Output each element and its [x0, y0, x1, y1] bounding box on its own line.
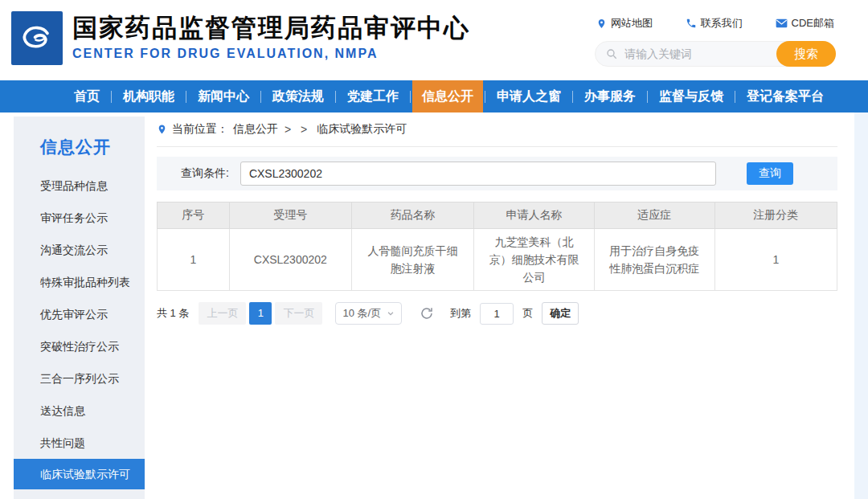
sidebar-item-priority-review[interactable]: 优先审评公示: [14, 298, 145, 330]
confirm-button[interactable]: 确定: [542, 302, 579, 325]
page-number-button[interactable]: 1: [249, 302, 272, 325]
table-header-row: 序号 受理号 药品名称 申请人名称 适应症 注册分类: [158, 202, 837, 229]
cde-swirl-icon: [16, 18, 58, 59]
site-subtitle: CENTER FOR DRUG EVALUATION, NMPA: [72, 47, 470, 61]
nav-item-news[interactable]: 新闻中心: [188, 80, 259, 112]
nav-separator: [111, 91, 112, 103]
sidebar-item-clinical-trial-implied-license[interactable]: 临床试验默示许可: [14, 459, 145, 489]
nav-separator: [485, 91, 485, 103]
nav-separator: [260, 91, 261, 103]
breadcrumb-separator: > >: [285, 123, 310, 136]
table-header-drug-name: 药品名称: [351, 202, 473, 229]
table-header-applicant: 申请人名称: [474, 202, 595, 229]
cell-acceptance-no: CXSL2300202: [229, 229, 351, 291]
sidebar-item-breakthrough-therapy[interactable]: 突破性治疗公示: [14, 330, 145, 362]
nav-item-party-building[interactable]: 党建工作: [338, 80, 408, 112]
sidebar-item-communication[interactable]: 沟通交流公示: [14, 234, 145, 266]
search-button[interactable]: 搜索: [776, 41, 836, 67]
nav-separator: [647, 91, 648, 103]
breadcrumb: 当前位置： 信息公开 > > 临床试验默示许可: [157, 122, 837, 147]
nav-item-supervision-feedback[interactable]: 监督与反馈: [649, 80, 733, 112]
query-input[interactable]: [240, 162, 716, 186]
results-table: 序号 受理号 药品名称 申请人名称 适应症 注册分类 1 CXSL2300202…: [157, 202, 837, 291]
sidebar-item-three-in-one[interactable]: 三合一序列公示: [14, 362, 145, 395]
quick-links: 网站地图 联系我们 CDE邮箱: [595, 16, 836, 31]
cell-applicant: 九芝堂美科（北京）细胞技术有限公司: [474, 229, 595, 291]
sidebar-title: 信息公开: [40, 136, 145, 158]
query-bar: 查询条件: 查询: [157, 157, 837, 190]
sidebar-item-common-issues[interactable]: 共性问题: [14, 427, 145, 459]
nav-item-services[interactable]: 办事服务: [575, 80, 645, 112]
cde-mail-link-label: CDE邮箱: [792, 16, 834, 31]
breadcrumb-page: 临床试验默示许可: [317, 122, 407, 137]
sitemap-link-label: 网站地图: [611, 16, 653, 31]
chevron-down-icon: [387, 309, 395, 317]
nav-separator: [186, 91, 186, 103]
next-page-button[interactable]: 下一页: [275, 302, 322, 325]
page-size-value: 10 条/页: [342, 306, 381, 321]
sidebar: 信息公开 受理品种信息 审评任务公示 沟通交流公示 特殊审批品种列表 优先审评公…: [14, 117, 145, 499]
contact-us-link-label: 联系我们: [701, 16, 743, 31]
nav-separator: [735, 91, 735, 103]
nav-separator: [572, 91, 573, 103]
cell-index: 1: [158, 229, 230, 291]
nav-item-policies[interactable]: 政策法规: [263, 80, 334, 112]
main-content: 当前位置： 信息公开 > > 临床试验默示许可 查询条件: 查询 序号 受理号 …: [157, 122, 837, 325]
nav-separator: [335, 91, 336, 103]
cell-indication: 用于治疗自身免疫性肺泡蛋白沉积症: [594, 229, 714, 291]
nav-item-org-functions[interactable]: 机构职能: [113, 80, 184, 112]
sidebar-item-special-approval[interactable]: 特殊审批品种列表: [14, 266, 145, 298]
site-search: 搜索: [595, 41, 836, 67]
sidebar-item-review-tasks[interactable]: 审评任务公示: [14, 202, 145, 234]
table-header-registration-class: 注册分类: [714, 202, 837, 229]
table-header-indication: 适应症: [594, 202, 714, 229]
cde-logo: [11, 11, 63, 65]
phone-icon: [686, 18, 697, 29]
sitemap-link[interactable]: 网站地图: [596, 16, 653, 31]
table-header-acceptance-no: 受理号: [229, 202, 351, 229]
breadcrumb-pin-icon: [157, 123, 167, 136]
nav-item-registration-platform[interactable]: 登记备案平台: [737, 80, 833, 112]
sidebar-item-accepted-varieties[interactable]: 受理品种信息: [14, 170, 145, 202]
table-header-index: 序号: [158, 202, 230, 229]
nav-item-home[interactable]: 首页: [64, 80, 109, 112]
nav-item-info-disclosure[interactable]: 信息公开: [412, 80, 483, 112]
nav-separator: [410, 91, 411, 103]
breadcrumb-label: 当前位置：: [172, 122, 228, 137]
page: 国家药品监督管理局药品审评中心 CENTER FOR DRUG EVALUATI…: [0, 0, 868, 499]
pagination: 共 1 条 上一页 1 下一页 10 条/页 到第 页 确定: [157, 302, 837, 325]
page-size-select[interactable]: 10 条/页: [335, 302, 402, 325]
page-right-gutter: [854, 112, 868, 499]
cell-drug-name: 人骨髓间充质干细胞注射液: [351, 229, 473, 291]
goto-page-label: 到第: [450, 306, 471, 321]
prev-page-button[interactable]: 上一页: [199, 302, 246, 325]
query-label: 查询条件:: [181, 166, 229, 181]
site-title: 国家药品监督管理局药品审评中心: [72, 14, 470, 43]
cde-mail-link[interactable]: CDE邮箱: [776, 16, 834, 31]
location-pin-icon: [596, 18, 607, 30]
main-nav: 首页 机构职能 新闻中心 政策法规 党建工作 信息公开 申请人之窗 办事服务 监…: [0, 80, 868, 112]
refresh-icon[interactable]: [420, 306, 434, 321]
goto-page-input[interactable]: [480, 303, 514, 325]
sidebar-item-delivery-info[interactable]: 送达信息: [14, 395, 145, 427]
search-icon: [605, 47, 618, 60]
nav-item-applicant-window[interactable]: 申请人之窗: [487, 80, 571, 112]
pagination-total: 共 1 条: [157, 306, 189, 321]
goto-page-unit: 页: [522, 306, 533, 321]
contact-us-link[interactable]: 联系我们: [686, 16, 743, 31]
table-row: 1 CXSL2300202 人骨髓间充质干细胞注射液 九芝堂美科（北京）细胞技术…: [158, 229, 837, 291]
breadcrumb-section[interactable]: 信息公开: [233, 122, 278, 137]
envelope-icon: [776, 18, 788, 28]
cell-registration-class: 1: [714, 229, 837, 291]
site-header: 国家药品监督管理局药品审评中心 CENTER FOR DRUG EVALUATI…: [0, 0, 868, 80]
query-button[interactable]: 查询: [747, 162, 793, 185]
site-title-block: 国家药品监督管理局药品审评中心 CENTER FOR DRUG EVALUATI…: [72, 14, 470, 61]
header-right: 网站地图 联系我们 CDE邮箱: [595, 16, 836, 67]
